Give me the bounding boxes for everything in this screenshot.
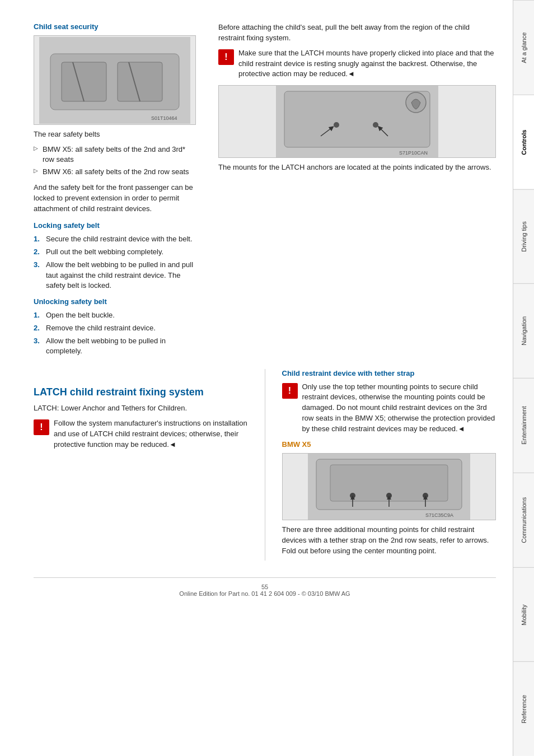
svg-point-13 (373, 122, 378, 128)
bullets-list: BMW X5: all safety belts of the 2nd and … (34, 144, 196, 178)
page-wrapper: Child seat security S01T10464 (0, 0, 534, 756)
left-column: Child seat security S01T10464 (34, 22, 207, 363)
sidebar-tab-entertainment[interactable]: Entertainment (513, 378, 534, 473)
latch-abbr: LATCH: Lower Anchor and Tethers for Chil… (34, 403, 248, 414)
page-footer: 55 Online Edition for Part no. 01 41 2 6… (34, 577, 496, 597)
warning-icon-2: ! (34, 419, 49, 435)
latch-anchor-image: S71P10CAN (218, 85, 496, 158)
latch-warning-1: ! Make sure that the LATCH mounts have p… (218, 48, 496, 80)
locking-belt-title: Locking safety belt (34, 221, 196, 230)
svg-point-12 (334, 122, 339, 128)
bmw-x5-image: S71C35C9A (282, 453, 496, 520)
svg-rect-3 (118, 62, 162, 101)
latch-intro-paragraph: Before attaching the child's seat, pull … (218, 22, 496, 44)
svg-text:S71P10CAN: S71P10CAN (399, 150, 428, 156)
bmw-x5-caption: There are three additional mounting poin… (282, 525, 496, 557)
warning-icon-3: ! (282, 383, 298, 399)
latch-warning-box: ! Follow the system manufacturer's instr… (34, 418, 248, 450)
warning-text-2: Follow the system manufacturer's instruc… (54, 418, 248, 450)
locking-step-1: 1.Secure the child restraint device with… (34, 234, 196, 244)
unlocking-step-2: 2.Remove the child restraint device. (34, 323, 196, 333)
latch-anchor-caption: The mounts for the LATCH anchors are loc… (218, 162, 496, 173)
sidebar: At a glance Controls Driving tips Naviga… (513, 0, 534, 756)
tether-warning-box: ! Only use the top tether mounting point… (282, 382, 496, 435)
svg-text:S01T10464: S01T10464 (151, 115, 177, 121)
right-column: Before attaching the child's seat, pull … (218, 22, 496, 173)
rear-belts-caption: The rear safety belts (34, 129, 196, 140)
bullet-item: BMW X6: all safety belts of the 2nd row … (34, 167, 196, 177)
latch-two-col: LATCH child restraint fixing system LATC… (34, 369, 496, 561)
sidebar-tab-reference[interactable]: Reference (513, 661, 534, 756)
unlocking-steps: 1.Open the belt buckle. 2.Remove the chi… (34, 310, 196, 357)
bmw-x5-title: BMW X5 (282, 440, 496, 449)
bullet-item: BMW X5: all safety belts of the 2nd and … (34, 144, 196, 165)
sidebar-tab-driving-tips[interactable]: Driving tips (513, 189, 534, 284)
svg-rect-2 (62, 62, 106, 101)
sidebar-tab-controls[interactable]: Controls (513, 95, 534, 189)
unlocking-belt-title: Unlocking safety belt (34, 297, 196, 306)
latch-full-section: LATCH child restraint fixing system LATC… (34, 369, 496, 561)
locking-step-2: 2.Pull out the belt webbing completely. (34, 247, 196, 257)
warning-icon-1: ! (218, 49, 234, 65)
main-content: Child seat security S01T10464 (0, 0, 513, 756)
child-seat-security-title: Child seat security (34, 22, 196, 31)
unlocking-step-3: 3.Allow the belt webbing to be pulled in… (34, 336, 196, 356)
col-divider (265, 369, 265, 561)
warning-text-3: Only use the top tether mounting points … (302, 382, 496, 435)
sidebar-tab-communications[interactable]: Communications (513, 473, 534, 567)
sidebar-tab-mobility[interactable]: Mobility (513, 567, 534, 662)
page-number: 55 (261, 584, 268, 590)
locking-steps: 1.Secure the child restraint device with… (34, 234, 196, 291)
warning-text-1: Make sure that the LATCH mounts have pro… (238, 48, 496, 80)
safety-belt-paragraph: And the safety belt for the front passen… (34, 183, 196, 214)
sidebar-tab-at-a-glance[interactable]: At a glance (513, 0, 534, 95)
svg-text:S71C35C9A: S71C35C9A (425, 512, 453, 518)
latch-left-col: LATCH child restraint fixing system LATC… (34, 369, 248, 561)
latch-main-title: LATCH child restraint fixing system (34, 386, 248, 399)
car-seat-image: S01T10464 (34, 35, 196, 125)
unlocking-step-1: 1.Open the belt buckle. (34, 310, 196, 320)
sidebar-tab-navigation[interactable]: Navigation (513, 283, 534, 378)
locking-step-3: 3.Allow the belt webbing to be pulled in… (34, 260, 196, 291)
latch-right-col: Child restraint device with tether strap… (282, 369, 496, 561)
tether-strap-title: Child restraint device with tether strap (282, 369, 496, 377)
footer-text: Online Edition for Part no. 01 41 2 604 … (179, 590, 350, 597)
